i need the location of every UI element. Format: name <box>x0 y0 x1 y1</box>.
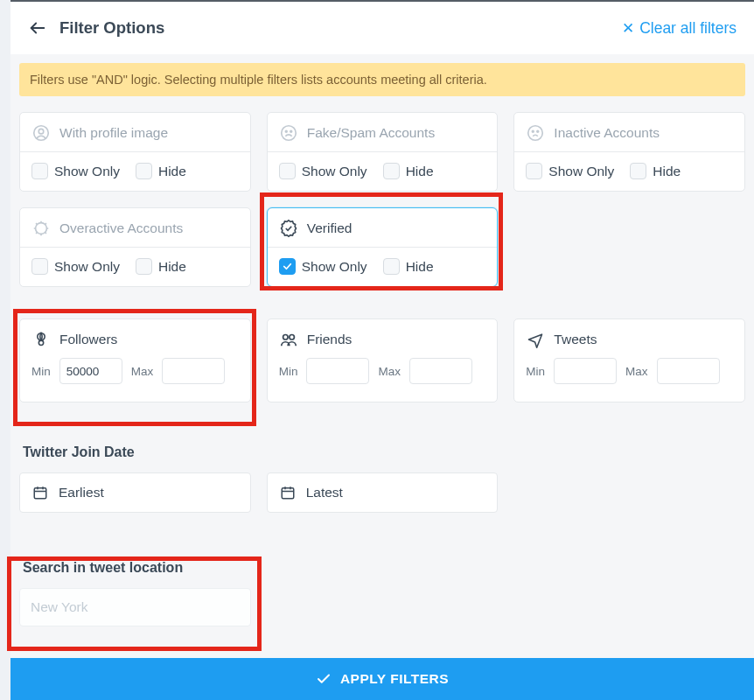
verified-icon <box>279 219 298 238</box>
calendar-icon <box>32 485 48 500</box>
info-bar: Filters use "AND" logic. Selecting multi… <box>19 63 745 96</box>
friends-icon <box>279 330 298 349</box>
location-input[interactable] <box>19 588 251 626</box>
filter-fake-spam-label: Fake/Spam Accounts <box>307 125 435 141</box>
apply-filters-button[interactable]: APPLY FILTERS <box>10 658 754 700</box>
verified-show-only[interactable]: Show Only <box>279 258 367 275</box>
svg-point-9 <box>36 223 47 234</box>
join-date-title: Twitter Join Date <box>23 444 745 460</box>
friends-max-input[interactable] <box>409 358 472 384</box>
latest-label: Latest <box>306 485 343 500</box>
svg-point-4 <box>285 130 287 132</box>
filter-tweets-card: Tweets Min Max <box>513 318 745 402</box>
verified-hide[interactable]: Hide <box>383 258 434 275</box>
followers-max-label: Max <box>131 365 154 378</box>
checkbox-checked-icon <box>279 258 296 275</box>
page-title: Filter Options <box>59 18 164 38</box>
fake-spam-show-only[interactable]: Show Only <box>279 163 367 179</box>
filter-profile-image-card: With profile image Show Only Hide <box>19 112 251 192</box>
svg-point-12 <box>290 335 295 340</box>
tweets-label: Tweets <box>554 332 597 347</box>
filter-inactive-card: Inactive Accounts Show Only Hide <box>513 112 745 192</box>
filter-inactive-label: Inactive Accounts <box>554 125 660 141</box>
tweets-icon <box>526 330 545 349</box>
filter-fake-spam-card: Fake/Spam Accounts Show Only Hide <box>267 112 499 192</box>
tweets-max-input[interactable] <box>657 358 720 384</box>
followers-max-input[interactable] <box>162 358 225 384</box>
check-icon <box>316 671 332 687</box>
calendar-icon <box>280 485 296 500</box>
profile-image-show-only[interactable]: Show Only <box>31 163 120 179</box>
filter-verified-label: Verified <box>307 220 353 236</box>
filter-overactive-label: Overactive Accounts <box>59 220 183 236</box>
svg-point-2 <box>38 129 44 134</box>
filter-overactive-card: Overactive Accounts Show Only Hide <box>19 207 251 287</box>
overactive-hide[interactable]: Hide <box>136 258 186 275</box>
followers-label: Followers <box>59 332 117 347</box>
tweets-min-input[interactable] <box>554 358 617 384</box>
overactive-icon <box>31 219 51 238</box>
followers-icon <box>31 330 51 349</box>
followers-min-label: Min <box>31 365 51 378</box>
filter-verified-card: Verified Show Only Hide <box>267 207 499 287</box>
svg-point-1 <box>34 126 49 141</box>
apply-label: APPLY FILTERS <box>340 671 449 687</box>
filter-friends-card: Friends Min Max <box>267 318 499 402</box>
earliest-label: Earliest <box>59 485 104 500</box>
profile-image-hide[interactable]: Hide <box>136 163 186 179</box>
friends-min-input[interactable] <box>306 358 369 384</box>
svg-rect-13 <box>34 488 46 499</box>
back-button[interactable] <box>28 18 47 38</box>
svg-point-5 <box>290 130 292 132</box>
filter-followers-card: Followers Min Max <box>19 318 251 402</box>
svg-point-3 <box>281 126 296 141</box>
profile-icon <box>31 123 51 143</box>
inactive-show-only[interactable]: Show Only <box>526 163 614 179</box>
overactive-show-only[interactable]: Show Only <box>31 258 120 275</box>
friends-label: Friends <box>307 332 353 347</box>
clear-label: Clear all filters <box>639 19 737 38</box>
clear-all-filters[interactable]: ✕ Clear all filters <box>622 19 737 38</box>
join-date-latest[interactable]: Latest <box>267 472 499 513</box>
close-icon: ✕ <box>622 21 634 36</box>
location-title: Search in tweet location <box>23 560 745 576</box>
join-date-earliest[interactable]: Earliest <box>19 472 251 513</box>
svg-point-7 <box>533 130 534 132</box>
svg-point-6 <box>528 126 543 141</box>
inactive-hide[interactable]: Hide <box>630 163 681 179</box>
svg-rect-17 <box>282 488 294 499</box>
panel-header: Filter Options ✕ Clear all filters <box>10 2 754 54</box>
fake-spam-hide[interactable]: Hide <box>383 163 434 179</box>
spam-icon <box>279 123 298 143</box>
svg-point-8 <box>537 130 539 132</box>
inactive-icon <box>526 123 545 143</box>
followers-min-input[interactable] <box>59 358 122 384</box>
svg-point-10 <box>38 340 43 345</box>
svg-point-11 <box>283 335 288 340</box>
filter-profile-image-label: With profile image <box>59 125 168 141</box>
